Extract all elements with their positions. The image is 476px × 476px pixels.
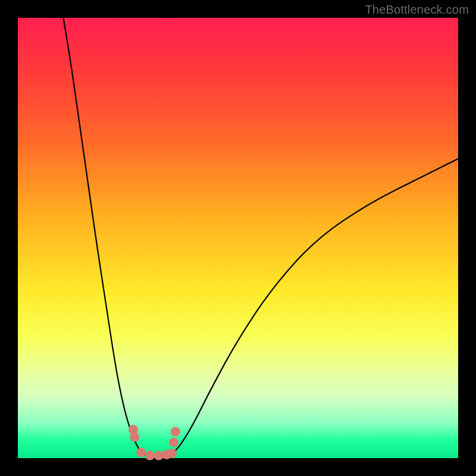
- plot-area: [18, 18, 458, 458]
- highlight-point: [130, 433, 139, 442]
- highlight-point: [145, 451, 155, 461]
- curve-layer: [18, 18, 458, 458]
- highlight-point: [136, 447, 146, 457]
- chart-frame: TheBottleneck.com: [0, 0, 476, 476]
- watermark-text: TheBottleneck.com: [365, 3, 469, 17]
- bottleneck-curve: [62, 9, 458, 456]
- highlight-point: [171, 427, 180, 437]
- highlight-point: [167, 449, 177, 458]
- highlight-point: [169, 437, 178, 447]
